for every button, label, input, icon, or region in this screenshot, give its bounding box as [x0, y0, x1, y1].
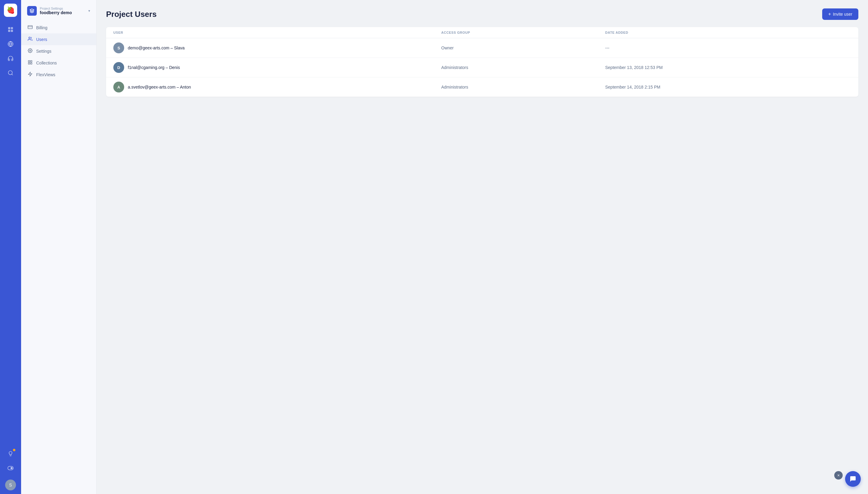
plus-icon: +: [828, 12, 831, 17]
nav-item-flexviews-label: FlexViews: [36, 72, 55, 77]
collections-icon: [27, 60, 33, 66]
user-avatar-initials: S: [9, 482, 12, 487]
nav-item-billing[interactable]: Billing: [21, 22, 96, 34]
project-info: Project Settings foodberry demo: [40, 7, 85, 15]
svg-rect-14: [28, 60, 30, 62]
svg-rect-10: [28, 25, 33, 29]
user-cell: A a.svetlov@geex-arts.com – Anton: [113, 82, 441, 93]
settings-icon: [27, 48, 33, 54]
user-avatar-3: A: [113, 82, 124, 93]
close-icon: ×: [837, 473, 840, 478]
secondary-sidebar: Project Settings foodberry demo ▾ Billin…: [21, 0, 96, 494]
col-header-access-group: ACCESS GROUP: [441, 31, 605, 34]
chat-widget: ×: [834, 471, 861, 487]
invite-user-label: Invite user: [833, 12, 852, 17]
date-added-2: September 13, 2018 12:53 PM: [605, 65, 851, 70]
user-name-2: f1nal@cgaming.org – Denis: [128, 65, 180, 70]
chevron-down-icon[interactable]: ▾: [88, 9, 90, 13]
sidebar-icon-globe[interactable]: [4, 37, 17, 51]
chat-close-button[interactable]: ×: [834, 471, 843, 479]
nav-item-flexviews[interactable]: FlexViews: [21, 69, 96, 80]
page-header: Project Users + Invite user: [106, 8, 858, 20]
svg-point-12: [29, 37, 30, 39]
col-header-date-added: DATE ADDED: [605, 31, 851, 34]
chat-open-button[interactable]: [845, 471, 861, 487]
nav-item-settings-label: Settings: [36, 49, 52, 54]
icon-sidebar: 🍓: [0, 0, 21, 494]
app-logo-icon: 🍓: [7, 6, 15, 14]
nav-item-billing-label: Billing: [36, 25, 47, 30]
svg-marker-18: [28, 72, 32, 76]
svg-point-13: [30, 50, 31, 51]
nav-item-collections[interactable]: Collections: [21, 57, 96, 69]
date-added-3: September 14, 2018 2:15 PM: [605, 84, 851, 90]
nav-item-users[interactable]: Users: [21, 34, 96, 45]
svg-rect-0: [8, 27, 10, 29]
user-avatar-sidebar[interactable]: S: [5, 479, 16, 490]
col-header-user: USER: [113, 31, 441, 34]
nav-item-collections-label: Collections: [36, 60, 57, 65]
project-label: Project Settings: [40, 7, 85, 10]
users-icon: [27, 36, 33, 42]
sidebar-icon-toggle[interactable]: [4, 461, 17, 475]
user-cell: S demo@geex-arts.com – Slava: [113, 42, 441, 53]
table-row[interactable]: S demo@geex-arts.com – Slava Owner ---: [106, 38, 858, 58]
settings-nav: Billing Users Settings: [21, 22, 96, 80]
access-group-3: Administrators: [441, 84, 605, 90]
svg-line-7: [12, 74, 13, 75]
project-header: Project Settings foodberry demo ▾: [21, 6, 96, 22]
svg-rect-17: [31, 63, 32, 64]
table-header: USER ACCESS GROUP DATE ADDED: [106, 27, 858, 38]
sidebar-icon-headset[interactable]: [4, 52, 17, 65]
sidebar-icon-lightbulb[interactable]: [4, 447, 17, 460]
access-group-1: Owner: [441, 45, 605, 50]
svg-point-6: [8, 71, 12, 75]
nav-item-settings[interactable]: Settings: [21, 45, 96, 57]
user-avatar-1: S: [113, 42, 124, 53]
sidebar-icon-search[interactable]: [4, 66, 17, 79]
svg-rect-2: [8, 30, 10, 32]
project-name: foodberry demo: [40, 10, 85, 15]
nav-item-users-label: Users: [36, 37, 47, 42]
project-icon: [27, 6, 37, 16]
users-table: USER ACCESS GROUP DATE ADDED S demo@geex…: [106, 27, 858, 97]
user-name-1: demo@geex-arts.com – Slava: [128, 45, 185, 50]
table-row[interactable]: D f1nal@cgaming.org – Denis Administrato…: [106, 58, 858, 77]
user-avatar-2: D: [113, 62, 124, 73]
sidebar-icon-layout[interactable]: [4, 23, 17, 36]
svg-rect-3: [11, 30, 13, 32]
flexviews-icon: [27, 72, 33, 77]
svg-rect-16: [28, 63, 30, 64]
billing-icon: [27, 25, 33, 31]
svg-rect-15: [31, 60, 32, 62]
invite-user-button[interactable]: + Invite user: [822, 8, 858, 20]
svg-rect-1: [11, 27, 13, 29]
user-name-3: a.svetlov@geex-arts.com – Anton: [128, 84, 191, 90]
table-row[interactable]: A a.svetlov@geex-arts.com – Anton Admini…: [106, 77, 858, 97]
access-group-2: Administrators: [441, 65, 605, 70]
notification-badge: [13, 449, 15, 451]
svg-point-9: [11, 468, 12, 469]
user-cell: D f1nal@cgaming.org – Denis: [113, 62, 441, 73]
page-title: Project Users: [106, 10, 157, 19]
app-logo[interactable]: 🍓: [4, 4, 17, 17]
date-added-1: ---: [605, 45, 851, 50]
main-content: Project Users + Invite user USER ACCESS …: [96, 0, 868, 494]
